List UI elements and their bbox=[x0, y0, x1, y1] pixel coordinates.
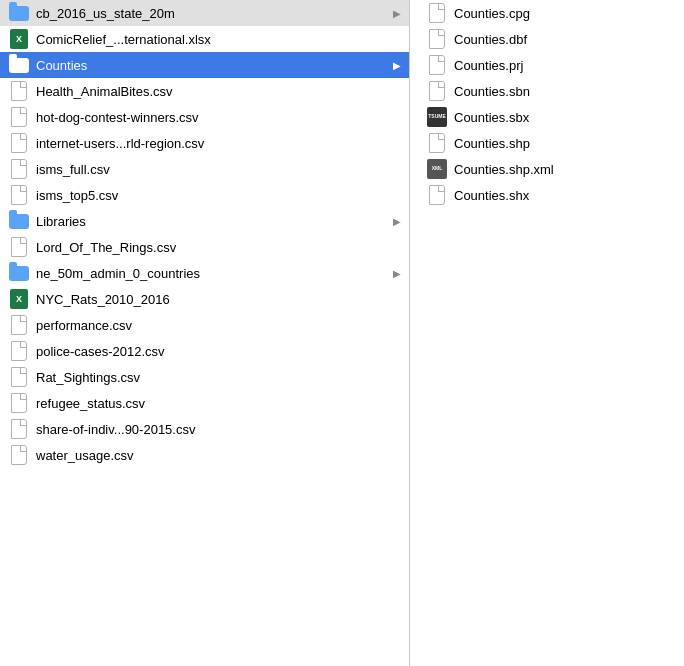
list-item[interactable]: ne_50m_admin_0_countries▶ bbox=[0, 260, 409, 286]
doc-icon bbox=[11, 133, 27, 153]
list-item[interactable]: Counties.sbn bbox=[410, 78, 684, 104]
list-item[interactable]: Counties.dbf bbox=[410, 26, 684, 52]
file-label: Counties.cpg bbox=[454, 6, 676, 21]
list-item[interactable]: Rat_Sightings.csv bbox=[0, 364, 409, 390]
doc-icon bbox=[11, 445, 27, 465]
list-item[interactable]: Counties.cpg bbox=[410, 0, 684, 26]
file-label: isms_full.csv bbox=[36, 162, 401, 177]
doc-icon bbox=[11, 419, 27, 439]
folder-icon bbox=[9, 58, 29, 73]
left-pane: cb_2016_us_state_20m▶XComicRelief_...ter… bbox=[0, 0, 410, 666]
file-label: Counties.sbn bbox=[454, 84, 676, 99]
file-label: ComicRelief_...ternational.xlsx bbox=[36, 32, 401, 47]
list-item[interactable]: cb_2016_us_state_20m▶ bbox=[0, 0, 409, 26]
list-item[interactable]: isms_top5.csv bbox=[0, 182, 409, 208]
list-item[interactable]: performance.csv bbox=[0, 312, 409, 338]
excel-icon: X bbox=[10, 289, 28, 309]
file-label: Counties.dbf bbox=[454, 32, 676, 47]
xml-icon: XML bbox=[427, 159, 447, 179]
file-label: Lord_Of_The_Rings.csv bbox=[36, 240, 401, 255]
list-item[interactable]: Health_AnimalBites.csv bbox=[0, 78, 409, 104]
folder-icon bbox=[9, 214, 29, 229]
file-label: isms_top5.csv bbox=[36, 188, 401, 203]
list-item[interactable]: water_usage.csv bbox=[0, 442, 409, 468]
doc-icon bbox=[11, 185, 27, 205]
doc-icon bbox=[11, 393, 27, 413]
right-pane: Counties.cpgCounties.dbfCounties.prjCoun… bbox=[410, 0, 684, 666]
file-label: Counties bbox=[36, 58, 393, 73]
list-item[interactable]: TSUMECounties.sbx bbox=[410, 104, 684, 130]
doc-icon bbox=[11, 159, 27, 179]
file-label: refugee_status.csv bbox=[36, 396, 401, 411]
file-label: police-cases-2012.csv bbox=[36, 344, 401, 359]
file-label: NYC_Rats_2010_2016 bbox=[36, 292, 401, 307]
file-label: Libraries bbox=[36, 214, 393, 229]
doc-icon bbox=[11, 81, 27, 101]
doc-icon bbox=[429, 133, 445, 153]
file-label: Health_AnimalBites.csv bbox=[36, 84, 401, 99]
list-item[interactable]: Counties.prj bbox=[410, 52, 684, 78]
file-label: ne_50m_admin_0_countries bbox=[36, 266, 393, 281]
folder-icon bbox=[9, 266, 29, 281]
file-label: performance.csv bbox=[36, 318, 401, 333]
chevron-right-icon: ▶ bbox=[393, 8, 401, 19]
file-label: Counties.shx bbox=[454, 188, 676, 203]
file-label: hot-dog-contest-winners.csv bbox=[36, 110, 401, 125]
file-label: Counties.prj bbox=[454, 58, 676, 73]
file-label: Rat_Sightings.csv bbox=[36, 370, 401, 385]
doc-icon bbox=[429, 3, 445, 23]
doc-icon bbox=[11, 341, 27, 361]
list-item[interactable]: refugee_status.csv bbox=[0, 390, 409, 416]
doc-icon bbox=[11, 107, 27, 127]
doc-icon bbox=[429, 81, 445, 101]
file-label: Counties.shp.xml bbox=[454, 162, 676, 177]
doc-icon bbox=[11, 237, 27, 257]
file-label: Counties.shp bbox=[454, 136, 676, 151]
file-label: share-of-indiv...90-2015.csv bbox=[36, 422, 401, 437]
doc-icon bbox=[429, 185, 445, 205]
list-item[interactable]: Counties▶ bbox=[0, 52, 409, 78]
list-item[interactable]: internet-users...rld-region.csv bbox=[0, 130, 409, 156]
list-item[interactable]: hot-dog-contest-winners.csv bbox=[0, 104, 409, 130]
list-item[interactable]: Libraries▶ bbox=[0, 208, 409, 234]
file-label: cb_2016_us_state_20m bbox=[36, 6, 393, 21]
doc-icon bbox=[11, 367, 27, 387]
excel-icon: X bbox=[10, 29, 28, 49]
file-label: internet-users...rld-region.csv bbox=[36, 136, 401, 151]
list-item[interactable]: XNYC_Rats_2010_2016 bbox=[0, 286, 409, 312]
list-item[interactable]: Counties.shp bbox=[410, 130, 684, 156]
list-item[interactable]: isms_full.csv bbox=[0, 156, 409, 182]
list-item[interactable]: XComicRelief_...ternational.xlsx bbox=[0, 26, 409, 52]
doc-icon bbox=[11, 315, 27, 335]
file-label: Counties.sbx bbox=[454, 110, 676, 125]
chevron-right-icon: ▶ bbox=[393, 60, 401, 71]
list-item[interactable]: share-of-indiv...90-2015.csv bbox=[0, 416, 409, 442]
doc-icon bbox=[429, 29, 445, 49]
file-label: water_usage.csv bbox=[36, 448, 401, 463]
tsume-icon: TSUME bbox=[427, 107, 447, 127]
list-item[interactable]: Lord_Of_The_Rings.csv bbox=[0, 234, 409, 260]
list-item[interactable]: police-cases-2012.csv bbox=[0, 338, 409, 364]
list-item[interactable]: Counties.shx bbox=[410, 182, 684, 208]
chevron-right-icon: ▶ bbox=[393, 216, 401, 227]
list-item[interactable]: XMLCounties.shp.xml bbox=[410, 156, 684, 182]
doc-icon bbox=[429, 55, 445, 75]
chevron-right-icon: ▶ bbox=[393, 268, 401, 279]
folder-icon bbox=[9, 6, 29, 21]
